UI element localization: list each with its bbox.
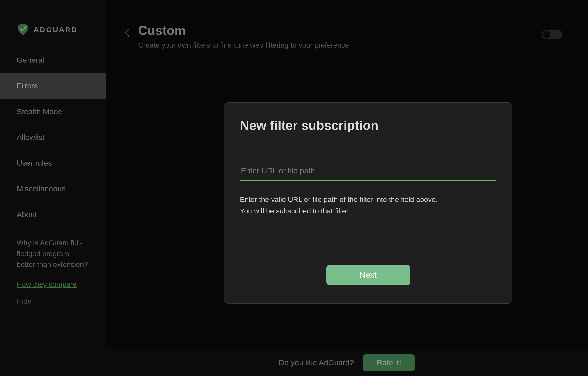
page-title: Custom (138, 23, 349, 38)
toggle-knob (543, 31, 550, 38)
page-subtitle: Create your own filters to fine-tune web… (138, 41, 349, 49)
custom-toggle[interactable] (542, 30, 562, 39)
new-filter-modal: New filter subscription Enter the valid … (224, 102, 512, 304)
shield-logo-icon (17, 23, 29, 37)
sidebar-item-stealth-mode[interactable]: Stealth Mode (0, 99, 106, 124)
footer-bar: Do you like AdGuard? Rate it! (106, 349, 588, 376)
sidebar-item-about[interactable]: About (0, 202, 106, 227)
sidebar-item-user-rules[interactable]: User rules (0, 150, 106, 176)
sidebar-item-filters[interactable]: Filters (0, 73, 106, 99)
rate-button[interactable]: Rate it! (363, 354, 415, 371)
sidebar-item-allowlist[interactable]: Allowlist (0, 124, 106, 150)
sidebar-item-label: General (17, 56, 44, 64)
promo-hide-link[interactable]: Hide (17, 297, 89, 306)
page-header: Custom Create your own filters to fine-t… (106, 0, 588, 49)
promo-compare-link[interactable]: How they compare (17, 280, 77, 289)
sidebar-item-label: Allowlist (17, 133, 44, 141)
sidebar-item-general[interactable]: General (0, 47, 106, 73)
back-icon[interactable] (124, 28, 130, 39)
sidebar-item-label: About (17, 210, 37, 219)
modal-hint: Enter the valid URL or file path of the … (240, 194, 496, 217)
sidebar-nav: General Filters Stealth Mode Allowlist U… (0, 47, 106, 227)
sidebar-item-label: Miscellaneous (17, 184, 66, 193)
sidebar-item-miscellaneous[interactable]: Miscellaneous (0, 176, 106, 202)
filter-url-input[interactable] (240, 164, 496, 181)
footer-text: Do you like AdGuard? (279, 358, 354, 367)
promo-block: Why is AdGuard full-fledged program bett… (0, 238, 106, 306)
brand-row: ADGUARD (0, 0, 106, 47)
promo-text: Why is AdGuard full-fledged program bett… (17, 238, 89, 270)
sidebar-item-label: Stealth Mode (17, 107, 62, 116)
sidebar-item-label: Filters (17, 82, 38, 90)
sidebar: ADGUARD General Filters Stealth Mode All… (0, 0, 106, 376)
next-button[interactable]: Next (326, 265, 410, 285)
modal-title: New filter subscription (240, 118, 496, 133)
brand-name: ADGUARD (34, 26, 78, 34)
sidebar-item-label: User rules (17, 159, 52, 167)
